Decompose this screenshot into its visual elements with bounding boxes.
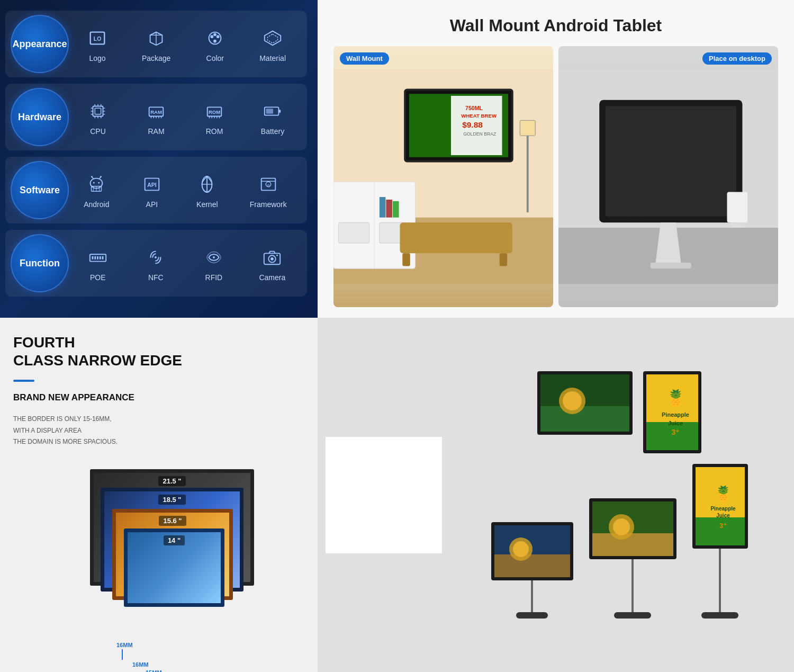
feature-item-camera: Camera xyxy=(259,245,285,282)
feature-row-hardware: Hardware CPU RAM RAM ROM xyxy=(5,84,307,150)
svg-text:ROM: ROM xyxy=(209,109,220,115)
function-circle: Function xyxy=(11,234,69,292)
svg-text:GOLDEN BRAZ: GOLDEN BRAZ xyxy=(463,131,497,137)
svg-rect-111 xyxy=(646,422,701,453)
stand-tablets-row: 🍍 Pineapple Juice 3⁺ xyxy=(491,464,748,619)
small-tablet-landscape xyxy=(537,371,633,435)
feature-item-package: Package xyxy=(142,25,170,62)
svg-rect-99 xyxy=(651,263,691,269)
feature-item-android: Android xyxy=(84,172,109,209)
svg-rect-66 xyxy=(102,256,103,259)
frame-156-label: 15.6 " xyxy=(159,516,186,526)
svg-rect-40 xyxy=(278,110,281,113)
svg-rect-86 xyxy=(400,222,512,253)
svg-text:3⁺: 3⁺ xyxy=(672,428,680,436)
svg-rect-87 xyxy=(402,253,410,266)
svg-rect-77 xyxy=(339,222,369,243)
feature-item-material: Material xyxy=(259,25,286,62)
feature-item-logo: LO Logo xyxy=(85,25,110,62)
rfid-icon xyxy=(201,245,227,270)
svg-marker-10 xyxy=(268,34,278,43)
svg-rect-90 xyxy=(386,200,392,218)
ram-icon: RAM xyxy=(143,98,169,124)
nfc-icon xyxy=(143,245,168,270)
framework-label: Framework xyxy=(250,200,287,209)
svg-point-7 xyxy=(216,35,220,38)
feature-item-cpu: CPU xyxy=(85,98,111,136)
android-label: Android xyxy=(84,200,109,209)
dim-16mm-2: 16MM xyxy=(132,661,149,668)
bottom-right-panel: 🍍 Pineapple Juice 3⁺ xyxy=(318,318,794,672)
svg-rect-41 xyxy=(266,109,273,114)
main-grid: Appearance LO Logo Package xyxy=(0,0,794,672)
package-label: Package xyxy=(142,54,170,62)
svg-point-109 xyxy=(563,391,582,410)
rom-icon: ROM xyxy=(202,98,227,124)
svg-point-67 xyxy=(155,256,157,258)
rfid-label: RFID xyxy=(205,273,223,282)
stand-tablet-medium xyxy=(589,498,676,619)
svg-point-71 xyxy=(270,257,274,261)
svg-text:$9.88: $9.88 xyxy=(462,120,483,129)
feature-item-framework: ⚙ Framework xyxy=(250,172,287,209)
software-circle: Software xyxy=(11,161,69,219)
svg-text:Juice: Juice xyxy=(716,513,730,518)
svg-text:750ML: 750ML xyxy=(465,105,483,111)
feature-item-kernel: Kernel xyxy=(194,172,220,209)
svg-point-5 xyxy=(211,35,214,38)
appearance-items: LO Logo Package Color xyxy=(69,25,302,62)
svg-point-6 xyxy=(213,33,216,37)
frame-diagram: 21.5 " 18.5 " 15.6 " 14 " 16MM xyxy=(13,459,304,656)
battery-icon xyxy=(260,98,285,124)
bottom-left-panel: FOURTH CLASS NARROW EDGE BRAND NEW APPEA… xyxy=(0,318,318,672)
nfc-label: NFC xyxy=(148,273,164,282)
dim-15mm-1: 15MM xyxy=(146,669,162,672)
svg-text:3⁺: 3⁺ xyxy=(719,522,726,530)
stand-tablet-portrait-tall: 🍍 Pineapple Juice 3⁺ xyxy=(692,464,748,619)
svg-point-47 xyxy=(91,176,93,177)
color-label: Color xyxy=(206,54,224,62)
feature-row-software: Software Android API API xyxy=(5,157,307,223)
desktop-image: Place on desktop xyxy=(558,46,778,307)
battery-label: Battery xyxy=(261,127,284,136)
feature-item-rom: ROM ROM xyxy=(202,98,227,136)
kernel-icon xyxy=(194,172,220,197)
narrow-edge-title: FOURTH CLASS NARROW EDGE xyxy=(13,334,304,369)
feature-item-api: API API xyxy=(139,172,165,209)
svg-marker-9 xyxy=(265,31,281,46)
feature-item-rfid: RFID xyxy=(201,245,227,282)
svg-point-44 xyxy=(98,182,100,184)
svg-text:LO: LO xyxy=(94,36,102,42)
wallmount-panel: Wall Mount Android Tablet Wall Mount xyxy=(318,0,794,318)
feature-item-nfc: NFC xyxy=(143,245,168,282)
svg-point-72 xyxy=(276,255,278,256)
framework-icon: ⚙ xyxy=(256,172,281,197)
feature-item-battery: Battery xyxy=(260,98,285,136)
feature-item-ram: RAM RAM xyxy=(143,98,169,136)
svg-text:🍍: 🍍 xyxy=(666,389,686,408)
camera-label: Camera xyxy=(259,273,285,282)
frame-21-label: 21.5 " xyxy=(158,476,185,486)
logo-icon: LO xyxy=(85,25,110,51)
color-icon xyxy=(202,25,228,51)
wall-mount-badge: Wall Mount xyxy=(340,52,389,65)
appearance-circle: Appearance xyxy=(11,15,69,73)
svg-rect-97 xyxy=(606,106,736,216)
svg-rect-104 xyxy=(727,192,747,222)
android-icon xyxy=(84,172,109,197)
svg-rect-121 xyxy=(592,533,676,559)
features-panel: Appearance LO Logo Package xyxy=(0,0,318,318)
svg-point-48 xyxy=(100,176,102,177)
hardware-circle: Hardware xyxy=(11,88,69,146)
svg-rect-117 xyxy=(494,554,573,580)
svg-rect-91 xyxy=(393,201,399,218)
svg-rect-11 xyxy=(93,106,103,117)
svg-rect-63 xyxy=(94,256,96,259)
cpu-label: CPU xyxy=(90,127,106,136)
small-tablets-row: 🍍 Pineapple Juice 3⁺ xyxy=(537,371,701,453)
border-description: THE BORDER IS ONLY 15-16MM, WITH A DISPL… xyxy=(13,414,304,448)
svg-text:⚙: ⚙ xyxy=(267,184,270,187)
svg-point-8 xyxy=(213,40,216,43)
cpu-icon xyxy=(85,98,111,124)
poe-icon xyxy=(85,245,111,270)
